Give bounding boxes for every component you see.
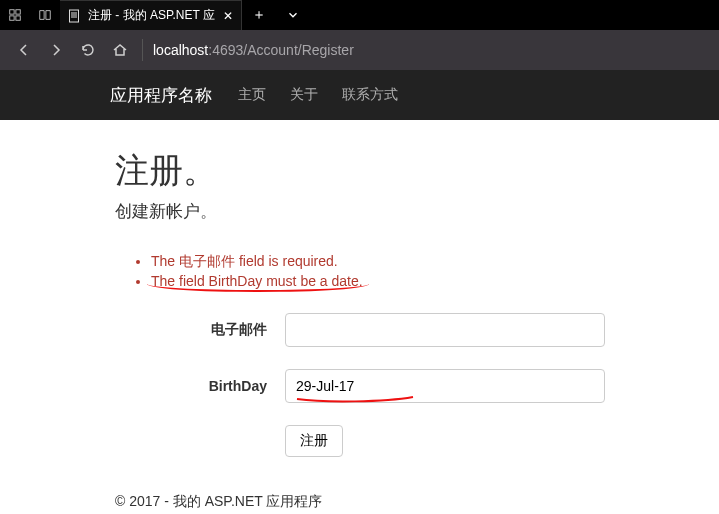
email-field[interactable] (285, 313, 605, 347)
site-navbar: 应用程序名称 主页 关于 联系方式 (0, 70, 719, 120)
window-titlebar: 注册 - 我的 ASP.NET 应 ✕ ＋ (0, 0, 719, 30)
svg-rect-3 (16, 16, 20, 20)
page-title: 注册。 (115, 148, 719, 194)
home-button[interactable] (104, 34, 136, 66)
address-bar[interactable]: localhost:4693/Account/Register (153, 42, 354, 58)
brand-link[interactable]: 应用程序名称 (110, 84, 212, 107)
page-subtitle: 创建新帐户。 (115, 200, 719, 223)
svg-rect-2 (10, 16, 14, 20)
svg-rect-4 (70, 10, 79, 22)
svg-rect-1 (16, 10, 20, 14)
hub-icon[interactable] (0, 8, 30, 22)
toolbar-separator (142, 39, 143, 61)
close-icon[interactable]: ✕ (223, 9, 233, 23)
form-row-email: 电子邮件 (115, 313, 719, 347)
refresh-button[interactable] (72, 34, 104, 66)
url-path: :4693/Account/Register (208, 42, 354, 58)
browser-toolbar: localhost:4693/Account/Register (0, 30, 719, 70)
form-row-birthday: BirthDay (115, 369, 719, 403)
forward-button[interactable] (40, 34, 72, 66)
validation-text: The field BirthDay must be a date. (151, 273, 363, 289)
validation-summary: The 电子邮件 field is required. The field Bi… (139, 253, 719, 289)
birthday-label: BirthDay (115, 378, 285, 394)
birthday-field[interactable] (285, 369, 605, 403)
page-icon (68, 9, 82, 23)
nav-home[interactable]: 主页 (238, 86, 266, 104)
back-button[interactable] (8, 34, 40, 66)
nav-contact[interactable]: 联系方式 (342, 86, 398, 104)
nav-about[interactable]: 关于 (290, 86, 318, 104)
svg-rect-0 (10, 10, 14, 14)
tabs-chevron-icon[interactable] (276, 8, 310, 22)
reading-icon[interactable] (30, 8, 60, 22)
register-button[interactable]: 注册 (285, 425, 343, 457)
validation-item: The field BirthDay must be a date. (151, 273, 719, 289)
url-host: localhost (153, 42, 208, 58)
email-label: 电子邮件 (115, 321, 285, 339)
browser-tab[interactable]: 注册 - 我的 ASP.NET 应 ✕ (60, 0, 242, 30)
tab-title: 注册 - 我的 ASP.NET 应 (88, 7, 215, 24)
new-tab-button[interactable]: ＋ (242, 6, 276, 24)
page-footer: © 2017 - 我的 ASP.NET 应用程序 (115, 493, 719, 511)
page-content: 注册。 创建新帐户。 The 电子邮件 field is required. T… (0, 120, 719, 511)
validation-item: The 电子邮件 field is required. (151, 253, 719, 271)
